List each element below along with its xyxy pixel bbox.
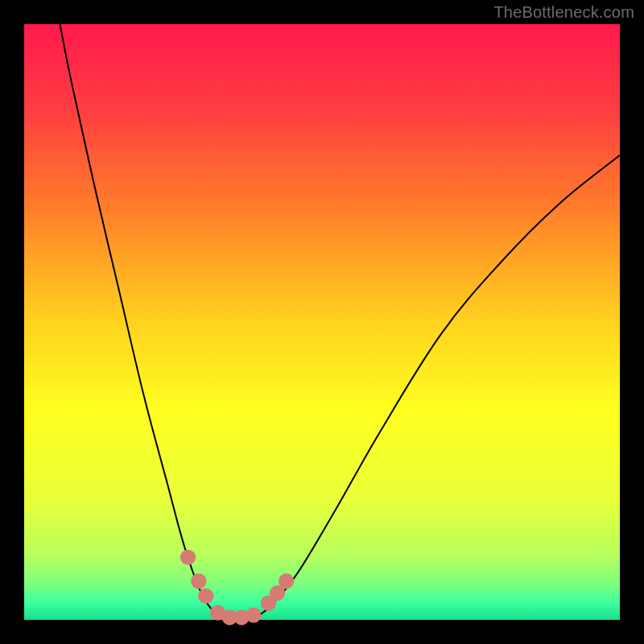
- chart-svg: [0, 0, 644, 644]
- data-marker: [198, 588, 213, 604]
- chart-frame: TheBottleneck.com: [0, 0, 644, 644]
- data-marker: [191, 573, 206, 588]
- gradient-background: [24, 24, 620, 620]
- data-marker: [246, 607, 261, 622]
- data-marker: [279, 573, 294, 588]
- data-marker: [180, 550, 196, 565]
- watermark: TheBottleneck.com: [493, 3, 634, 22]
